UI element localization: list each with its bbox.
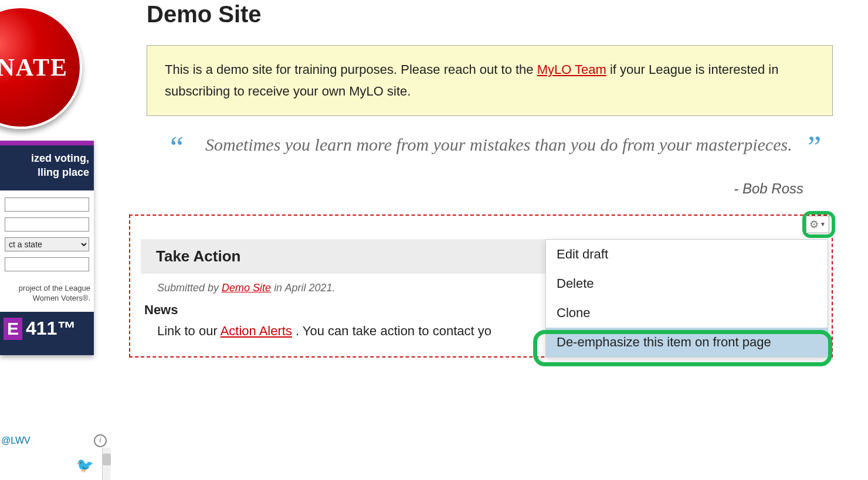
submitted-by-link[interactable]: Demo Site [222,282,271,294]
action-alerts-link[interactable]: Action Alerts [221,324,292,338]
menu-delete[interactable]: Delete [546,269,828,298]
close-quote-icon: ” [808,130,821,164]
open-quote-icon: “ [170,130,184,165]
info-icon[interactable]: i [94,434,107,447]
state-select[interactable]: ct a state [5,237,89,251]
menu-deemphasize[interactable]: De-emphasize this item on front page [546,328,828,357]
caret-down-icon: ▼ [820,221,826,227]
gear-button[interactable]: ⚙ ▼ [806,216,829,233]
voting-panel: ized voting, lling place ct a state proj… [0,141,94,355]
twitter-link[interactable]: @LWV [1,435,30,446]
sidebar-scrollbar[interactable] [102,448,111,480]
menu-edit-draft[interactable]: Edit draft [546,240,828,269]
quote-text: Sometimes you learn more from your mista… [205,132,821,157]
menu-clone[interactable]: Clone [546,298,828,328]
quote-author: - Bob Ross [147,181,803,197]
twitter-bird-icon: 🐦 [76,457,94,474]
social-row: @LWV i [0,431,108,451]
scrollbar-thumb[interactable] [103,454,111,465]
donate-label: NATE [0,53,68,81]
action-card: ⚙ ▼ Edit draft Delete Clone De-emphasize… [129,215,833,358]
league-note: project of the League Women Voters®. [0,280,94,312]
info-banner: This is a demo site for training purpose… [147,45,833,116]
e411-logo[interactable]: E 411™ [0,312,94,355]
mylo-team-link[interactable]: MyLO Team [537,62,606,77]
gear-dropdown-menu: Edit draft Delete Clone De-emphasize thi… [545,239,828,358]
page-title: Demo Site [147,1,833,28]
banner-text-pre: This is a demo site for training purpose… [165,62,537,77]
e411-badge: E [4,318,22,340]
sidebar: NATE ized voting, lling place ct a state… [0,0,94,480]
e411-number: 411™ [26,318,76,339]
voting-panel-title: ized voting, lling place [0,145,94,190]
voting-input-1[interactable] [5,198,89,212]
voting-input-3[interactable] [5,257,89,271]
voting-form: ct a state [0,190,94,280]
main-content: Demo Site This is a demo site for traini… [147,0,833,358]
quote-block: “ Sometimes you learn more from your mis… [170,132,821,157]
donate-button[interactable]: NATE [0,6,82,129]
voting-input-2[interactable] [5,217,89,232]
gear-icon: ⚙ [809,219,819,230]
voting-panel-accent [0,141,94,145]
